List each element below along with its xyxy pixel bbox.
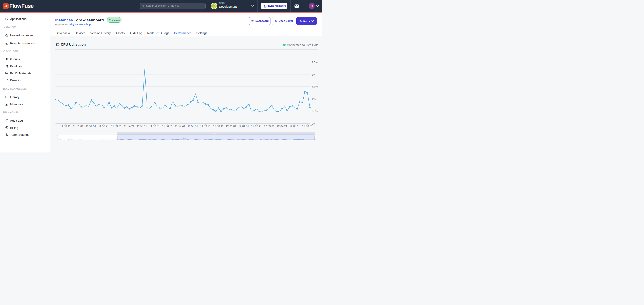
svg-text:11:58:31: 11:58:31 <box>188 125 198 128</box>
svg-text:11:59:21: 11:59:21 <box>200 125 211 128</box>
svg-text:12:06:01: 12:06:01 <box>302 125 313 128</box>
svg-text:11:51:01: 11:51:01 <box>73 125 84 128</box>
svg-text:1%: 1% <box>312 98 316 101</box>
svg-text:11:54:21: 11:54:21 <box>124 125 134 128</box>
svg-text:12:01:51: 12:01:51 <box>238 125 249 128</box>
svg-text:2%: 2% <box>312 73 316 76</box>
svg-text:11:56:51: 11:56:51 <box>162 125 172 128</box>
svg-text:2.5%: 2.5% <box>312 61 318 64</box>
svg-text:12:00:11: 12:00:11 <box>213 125 224 128</box>
svg-text:12:05:11: 12:05:11 <box>290 125 300 128</box>
svg-text:0.5%: 0.5% <box>312 109 318 112</box>
svg-text:12:04:21: 12:04:21 <box>277 125 288 128</box>
svg-text:11:55:11: 11:55:11 <box>137 125 147 128</box>
svg-text:12:03:31: 12:03:31 <box>264 125 275 128</box>
svg-text:11:57:41: 11:57:41 <box>175 125 185 128</box>
svg-text:11:52:41: 11:52:41 <box>98 125 109 128</box>
svg-text:11:53:31: 11:53:31 <box>111 125 122 128</box>
svg-text:1.5%: 1.5% <box>312 85 318 88</box>
svg-text:12:02:41: 12:02:41 <box>251 125 262 128</box>
svg-text:11:51:51: 11:51:51 <box>86 125 96 128</box>
svg-text:11:50:11: 11:50:11 <box>60 125 71 128</box>
svg-text:12:01:01: 12:01:01 <box>226 125 236 128</box>
svg-text:11:56:01: 11:56:01 <box>150 125 160 128</box>
